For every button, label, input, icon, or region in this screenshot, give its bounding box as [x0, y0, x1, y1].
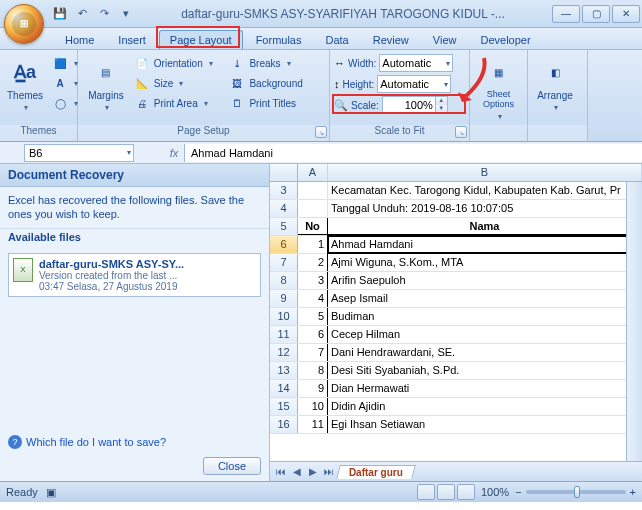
scale-value[interactable]	[383, 97, 435, 113]
row-header[interactable]: 14	[270, 380, 298, 397]
redo-icon[interactable]: ↷	[94, 5, 114, 23]
background-button[interactable]: 🖼Background	[225, 73, 325, 93]
view-normal-button[interactable]	[417, 484, 435, 500]
cell-no[interactable]: 8	[298, 362, 328, 379]
worksheet[interactable]: A B 3Kecamatan Kec. Tarogong Kidul, Kabu…	[270, 164, 642, 481]
cell-nama[interactable]: Desi Siti Syabaniah, S.Pd.	[328, 362, 642, 379]
row[interactable]: 1611Egi Ihsan Setiawan	[270, 416, 642, 434]
cell-nama[interactable]: Egi Ihsan Setiawan	[328, 416, 642, 433]
zoom-thumb[interactable]	[574, 486, 580, 498]
sheet-nav-first[interactable]: ⏮	[274, 466, 288, 477]
row-header[interactable]: 11	[270, 326, 298, 343]
cell-nama[interactable]: Asep Ismail	[328, 290, 642, 307]
sheet-nav-next[interactable]: ▶	[306, 466, 320, 477]
tab-review[interactable]: Review	[362, 30, 420, 49]
row[interactable]: 72Ajmi Wiguna, S.Kom., MTA	[270, 254, 642, 272]
tab-developer[interactable]: Developer	[469, 30, 541, 49]
col-header-A[interactable]: A	[298, 164, 328, 181]
scale-spinner[interactable]: ▲▼	[382, 96, 448, 114]
docrec-close-button[interactable]: Close	[203, 457, 261, 475]
col-header-B[interactable]: B	[328, 164, 642, 181]
cell-nama[interactable]: Dani Hendrawardani, SE.	[328, 344, 642, 361]
arrange-button[interactable]: ◧ Arrange▾	[532, 53, 578, 115]
cell-nama[interactable]: Dian Hermawati	[328, 380, 642, 397]
row-header[interactable]: 8	[270, 272, 298, 289]
row-header[interactable]: 5	[270, 218, 298, 235]
row-header[interactable]: 9	[270, 290, 298, 307]
tab-formulas[interactable]: Formulas	[245, 30, 313, 49]
row[interactable]: 105Budiman	[270, 308, 642, 326]
name-box[interactable]: B6▾	[24, 144, 134, 162]
sheet-nav-prev[interactable]: ◀	[290, 466, 304, 477]
row[interactable]: 3Kecamatan Kec. Tarogong Kidul, Kabupate…	[270, 182, 642, 200]
page-setup-dialog-launcher[interactable]: ↘	[315, 126, 327, 138]
cell-nama[interactable]: Ajmi Wiguna, S.Kom., MTA	[328, 254, 642, 271]
row-header[interactable]: 16	[270, 416, 298, 433]
row[interactable]: 127Dani Hendrawardani, SE.	[270, 344, 642, 362]
cell-no[interactable]: 3	[298, 272, 328, 289]
scale-spin-buttons[interactable]: ▲▼	[435, 97, 447, 113]
cell-no[interactable]: 4	[298, 290, 328, 307]
themes-button[interactable]: A̲a Themes▾	[4, 53, 46, 115]
size-button[interactable]: 📐Size▾	[130, 73, 226, 93]
row-header[interactable]: 4	[270, 200, 298, 217]
tab-view[interactable]: View	[422, 30, 468, 49]
zoom-slider[interactable]: − +	[515, 486, 636, 498]
orientation-button[interactable]: 📄Orientation▾	[130, 53, 226, 73]
print-area-button[interactable]: 🖨Print Area▾	[130, 93, 226, 113]
maximize-button[interactable]: ▢	[582, 5, 610, 23]
row[interactable]: 116Cecep Hilman	[270, 326, 642, 344]
docrec-help-link[interactable]: ? Which file do I want to save?	[0, 431, 269, 453]
view-layout-button[interactable]	[437, 484, 455, 500]
cell[interactable]	[298, 182, 328, 199]
tab-home[interactable]: Home	[54, 30, 105, 49]
row[interactable]: 5NoNama	[270, 218, 642, 236]
row[interactable]: 4Tanggal Unduh: 2019-08-16 10:07:05	[270, 200, 642, 218]
row[interactable]: 138Desi Siti Syabaniah, S.Pd.	[270, 362, 642, 380]
height-value[interactable]	[378, 76, 440, 92]
undo-icon[interactable]: ↶	[72, 5, 92, 23]
zoom-percent[interactable]: 100%	[481, 486, 509, 498]
row[interactable]: 83Arifin Saepuloh	[270, 272, 642, 290]
formula-input[interactable]: Ahmad Hamdani	[184, 144, 642, 162]
office-button[interactable]: ⊞	[4, 4, 44, 44]
cell-no[interactable]: 11	[298, 416, 328, 433]
zoom-in-icon[interactable]: +	[630, 486, 636, 498]
macro-record-icon[interactable]: ▣	[46, 486, 56, 499]
row-header[interactable]: 10	[270, 308, 298, 325]
sheet-options-button[interactable]: ▦ Sheet Options▾	[474, 53, 523, 124]
vertical-scrollbar[interactable]	[626, 182, 642, 461]
cell-no[interactable]: 10	[298, 398, 328, 415]
cell-nama[interactable]: Budiman	[328, 308, 642, 325]
tab-insert[interactable]: Insert	[107, 30, 157, 49]
cell[interactable]: Tanggal Unduh: 2019-08-16 10:07:05	[328, 200, 642, 217]
sheet-nav-last[interactable]: ⏭	[322, 466, 336, 477]
sheet-tab[interactable]: Daftar guru	[336, 465, 415, 479]
cell-no[interactable]: 6	[298, 326, 328, 343]
qat-more-icon[interactable]: ▾	[116, 5, 136, 23]
docrec-file-item[interactable]: X daftar-guru-SMKS ASY-SY... Version cre…	[13, 258, 256, 292]
cell-nama[interactable]: Ahmad Hamdani	[328, 236, 642, 253]
cell-header-nama[interactable]: Nama	[328, 218, 642, 235]
cell-no[interactable]: 5	[298, 308, 328, 325]
tab-data[interactable]: Data	[314, 30, 359, 49]
width-value[interactable]	[380, 55, 442, 71]
cell-nama[interactable]: Cecep Hilman	[328, 326, 642, 343]
row-header[interactable]: 15	[270, 398, 298, 415]
margins-button[interactable]: ▤ Margins▾	[82, 53, 130, 115]
cell-header-no[interactable]: No	[298, 218, 328, 235]
breaks-button[interactable]: ⤓Breaks▾	[225, 53, 325, 73]
cell-nama[interactable]: Arifin Saepuloh	[328, 272, 642, 289]
cell-nama[interactable]: Didin Ajidin	[328, 398, 642, 415]
cell-no[interactable]: 7	[298, 344, 328, 361]
cell[interactable]	[298, 200, 328, 217]
height-dropdown[interactable]: ▾	[377, 75, 451, 93]
row-header[interactable]: 6	[270, 236, 298, 253]
width-dropdown[interactable]: ▾	[379, 54, 453, 72]
close-button[interactable]: ✕	[612, 5, 640, 23]
cell-no[interactable]: 9	[298, 380, 328, 397]
row-header[interactable]: 13	[270, 362, 298, 379]
cell[interactable]: Kecamatan Kec. Tarogong Kidul, Kabupaten…	[328, 182, 642, 199]
select-all-corner[interactable]	[270, 164, 298, 181]
minimize-button[interactable]: —	[552, 5, 580, 23]
